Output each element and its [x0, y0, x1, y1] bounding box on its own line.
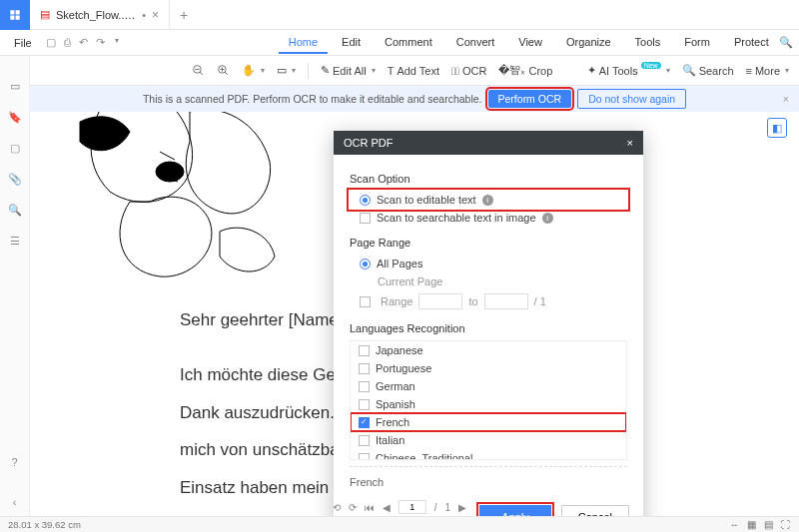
toolbar-search-button[interactable]: 🔍 Search	[682, 64, 734, 77]
page-nav: ⟲ ⟳ ⏮ ◀ / 1 ▶	[333, 498, 466, 516]
fit-width-icon[interactable]: ↔	[730, 519, 740, 530]
list-item[interactable]: German	[351, 377, 626, 395]
range-to-input[interactable]	[484, 293, 528, 309]
scan-editable-option[interactable]: Scan to editable text i	[350, 191, 627, 209]
scan-option-label: Scan Option	[350, 173, 627, 185]
list-item-french[interactable]: French	[351, 413, 626, 431]
help-icon[interactable]: ?	[11, 456, 17, 468]
bookmarks-icon[interactable]: 🔖	[8, 111, 22, 124]
list-item[interactable]: Spanish	[351, 395, 626, 413]
panel-toggle-icon[interactable]: ◧	[767, 118, 787, 138]
hand-tool-button[interactable]: ✋▾	[242, 64, 265, 77]
tab-edit[interactable]: Edit	[332, 32, 371, 54]
rotate-right-icon[interactable]: ⟳	[349, 502, 357, 513]
banner-message: This is a scanned PDF. Perform OCR to ma…	[143, 93, 482, 105]
ai-tools-button[interactable]: ✦ AI ToolsNew▾	[587, 64, 670, 77]
checkbox-icon	[360, 296, 371, 307]
search-panel-icon[interactable]: 🔍	[8, 204, 22, 217]
save-icon[interactable]: ▢	[46, 36, 56, 49]
crop-button[interactable]: �智ₓ Crop	[498, 63, 552, 78]
close-icon[interactable]: ×	[627, 137, 633, 149]
comments-icon[interactable]: ▢	[10, 142, 20, 155]
language-list[interactable]: Japanese Portuguese German Spanish Frenc…	[350, 340, 627, 460]
page-range-label: Page Range	[350, 237, 627, 249]
add-tab-button[interactable]: +	[170, 7, 198, 23]
layers-icon[interactable]: ☰	[10, 235, 20, 248]
select-tool-button[interactable]: ▭▾	[277, 64, 296, 77]
svg-point-2	[156, 162, 184, 182]
close-icon[interactable]: ×	[152, 8, 159, 22]
dialog-title: OCR PDF	[344, 137, 394, 149]
radio-checked-icon	[360, 259, 371, 269]
tab-tools[interactable]: Tools	[625, 32, 671, 54]
tab-title: Sketch_Flow...tter_1.pdf	[56, 9, 136, 21]
fit-page-icon[interactable]: ▦	[747, 519, 756, 530]
zoom-in-button[interactable]	[217, 64, 230, 77]
zoom-out-button[interactable]	[192, 64, 205, 77]
first-page-icon[interactable]: ⏮	[365, 502, 375, 513]
document-text: Sehr geehrter [Name d Ich möchte diese G…	[180, 301, 359, 516]
ocr-dialog: OCR PDF × Scan Option Scan to editable t…	[334, 131, 643, 532]
tab-home[interactable]: Home	[279, 32, 328, 54]
thumbnails-icon[interactable]: ▭	[10, 80, 20, 93]
next-page-icon[interactable]: ▶	[458, 502, 466, 513]
list-item[interactable]: Italian	[351, 431, 626, 449]
range-option[interactable]: Range to / 1	[350, 290, 627, 312]
prev-page-icon[interactable]: ◀	[383, 502, 391, 513]
checkbox-icon	[360, 213, 371, 224]
current-page-option[interactable]: Current Page	[350, 272, 627, 290]
collapse-icon[interactable]: ‹	[13, 496, 17, 508]
list-item[interactable]: Chinese_Traditional	[351, 449, 626, 460]
add-text-button[interactable]: T Add Text	[388, 65, 439, 77]
page-dimensions: 28.01 x 39.62 cm	[8, 519, 81, 530]
document-tab[interactable]: ▤ Sketch_Flow...tter_1.pdf • ×	[30, 0, 170, 29]
ocr-banner: This is a scanned PDF. Perform OCR to ma…	[30, 86, 799, 112]
quick-more-icon[interactable]: ▾	[115, 36, 119, 49]
menu-tabs: Home Edit Comment Convert View Organize …	[279, 32, 779, 54]
perform-ocr-button[interactable]: Perform OCR	[488, 90, 572, 108]
close-icon[interactable]: ×	[783, 93, 789, 105]
more-button[interactable]: ≡ More▾	[746, 65, 789, 77]
scan-searchable-option[interactable]: Scan to searchable text in image i	[350, 209, 627, 227]
fullscreen-icon[interactable]: ⛶	[781, 519, 791, 530]
dont-show-again-button[interactable]: Do not show again	[577, 89, 686, 109]
ocr-button[interactable]: �⃞ OCR	[451, 65, 487, 77]
tab-modified-dot: •	[142, 9, 146, 21]
list-item[interactable]: Japanese	[351, 341, 626, 359]
tab-comment[interactable]: Comment	[375, 32, 442, 54]
selected-language-summary: French	[350, 473, 627, 491]
redo-icon[interactable]: ↷	[96, 36, 105, 49]
tab-convert[interactable]: Convert	[446, 32, 505, 54]
flower-sketch	[70, 112, 290, 281]
print-icon[interactable]: ⎙	[64, 36, 71, 49]
search-icon: 🔍	[779, 36, 793, 49]
tab-organize[interactable]: Organize	[556, 32, 621, 54]
languages-label: Languages Recognition	[350, 322, 627, 334]
rotate-left-icon[interactable]: ⟲	[333, 502, 341, 513]
view-mode-icon[interactable]: ▤	[764, 519, 773, 530]
page-total: 1	[445, 502, 451, 513]
undo-icon[interactable]: ↶	[79, 36, 88, 49]
radio-checked-icon	[360, 195, 371, 206]
attachments-icon[interactable]: 📎	[8, 173, 22, 186]
range-from-input[interactable]	[418, 293, 462, 309]
page-input[interactable]	[399, 500, 426, 514]
all-pages-option[interactable]: All Pages	[350, 255, 627, 272]
info-icon[interactable]: i	[482, 195, 493, 206]
tab-protect[interactable]: Protect	[724, 32, 779, 54]
file-menu[interactable]: File	[6, 37, 40, 49]
edit-all-button[interactable]: ✎ Edit All▾	[321, 64, 376, 77]
list-item[interactable]: Portuguese	[351, 359, 626, 377]
tab-view[interactable]: View	[508, 32, 552, 54]
app-logo	[0, 0, 30, 30]
pdf-icon: ▤	[40, 8, 50, 21]
info-icon[interactable]: i	[542, 213, 553, 224]
tab-form[interactable]: Form	[674, 32, 720, 54]
